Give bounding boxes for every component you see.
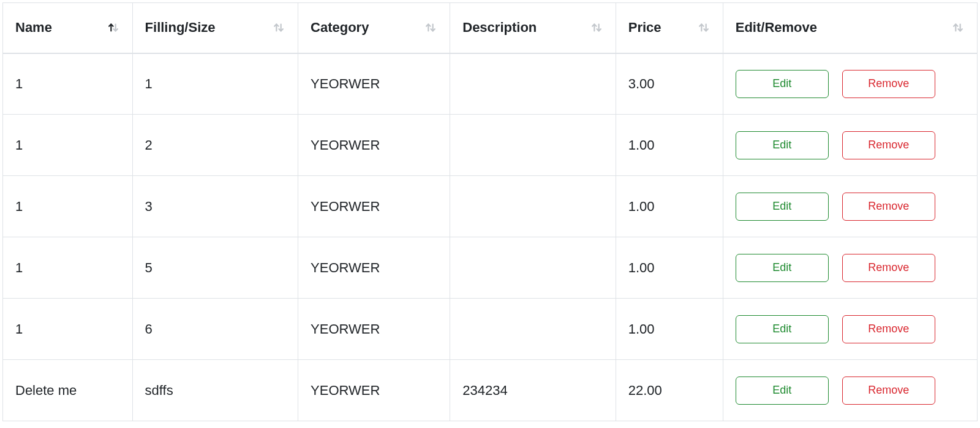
cell-price: 3.00 [616, 53, 723, 115]
edit-button[interactable]: Edit [736, 315, 829, 343]
cell-name: 1 [3, 176, 133, 237]
cell-price: 1.00 [616, 237, 723, 299]
cell-price: 1.00 [616, 299, 723, 360]
edit-button[interactable]: Edit [736, 376, 829, 405]
cell-category: YEORWER [298, 360, 450, 421]
cell-filling: 2 [132, 115, 298, 176]
cell-actions: EditRemove [723, 176, 977, 237]
cell-description [450, 299, 616, 360]
column-header-label: Filling/Size [145, 20, 216, 36]
cell-category: YEORWER [298, 299, 450, 360]
table-row: 11YEORWER3.00EditRemove [3, 53, 978, 115]
sort-icon[interactable] [424, 21, 437, 34]
remove-button[interactable]: Remove [842, 254, 935, 282]
table-header-row: Name Filling/Size Category [3, 3, 978, 53]
cell-name: 1 [3, 299, 133, 360]
cell-price: 22.00 [616, 360, 723, 421]
cell-filling: 6 [132, 299, 298, 360]
cell-price: 1.00 [616, 115, 723, 176]
cell-name: 1 [3, 53, 133, 115]
column-header-category[interactable]: Category [298, 3, 450, 53]
cell-name: Delete me [3, 360, 133, 421]
edit-button[interactable]: Edit [736, 193, 829, 221]
sort-icon[interactable] [272, 21, 285, 34]
remove-button[interactable]: Remove [842, 315, 935, 343]
cell-actions: EditRemove [723, 237, 977, 299]
cell-actions: EditRemove [723, 299, 977, 360]
table-row: 15YEORWER1.00EditRemove [3, 237, 978, 299]
column-header-name[interactable]: Name [3, 3, 133, 53]
cell-filling: 3 [132, 176, 298, 237]
cell-actions: EditRemove [723, 360, 977, 421]
remove-button[interactable]: Remove [842, 70, 935, 98]
cell-category: YEORWER [298, 115, 450, 176]
cell-description [450, 53, 616, 115]
table-row: 16YEORWER1.00EditRemove [3, 299, 978, 360]
sort-icon[interactable] [951, 21, 965, 34]
edit-button[interactable]: Edit [736, 70, 829, 98]
cell-filling: sdffs [132, 360, 298, 421]
column-header-actions[interactable]: Edit/Remove [723, 3, 977, 53]
sort-icon[interactable] [590, 21, 603, 34]
remove-button[interactable]: Remove [842, 193, 935, 221]
table-row: Delete mesdffsYEORWER23423422.00EditRemo… [3, 360, 978, 421]
remove-button[interactable]: Remove [842, 376, 935, 405]
cell-description [450, 176, 616, 237]
sort-icon[interactable] [107, 21, 120, 34]
cell-category: YEORWER [298, 53, 450, 115]
column-header-description[interactable]: Description [450, 3, 616, 53]
cell-name: 1 [3, 115, 133, 176]
edit-button[interactable]: Edit [736, 131, 829, 159]
data-table: Name Filling/Size Category [2, 2, 978, 421]
cell-actions: EditRemove [723, 115, 977, 176]
cell-category: YEORWER [298, 237, 450, 299]
cell-price: 1.00 [616, 176, 723, 237]
column-header-label: Price [628, 20, 662, 36]
table-row: 12YEORWER1.00EditRemove [3, 115, 978, 176]
column-header-label: Category [311, 20, 369, 36]
column-header-filling[interactable]: Filling/Size [132, 3, 298, 53]
remove-button[interactable]: Remove [842, 131, 935, 159]
cell-filling: 1 [132, 53, 298, 115]
column-header-price[interactable]: Price [616, 3, 723, 53]
cell-actions: EditRemove [723, 53, 977, 115]
sort-icon[interactable] [697, 21, 710, 34]
cell-filling: 5 [132, 237, 298, 299]
cell-category: YEORWER [298, 176, 450, 237]
cell-description [450, 237, 616, 299]
column-header-label: Description [462, 20, 537, 36]
cell-description: 234234 [450, 360, 616, 421]
edit-button[interactable]: Edit [736, 254, 829, 282]
cell-name: 1 [3, 237, 133, 299]
column-header-label: Edit/Remove [736, 20, 817, 36]
table-row: 13YEORWER1.00EditRemove [3, 176, 978, 237]
cell-description [450, 115, 616, 176]
column-header-label: Name [15, 20, 52, 36]
